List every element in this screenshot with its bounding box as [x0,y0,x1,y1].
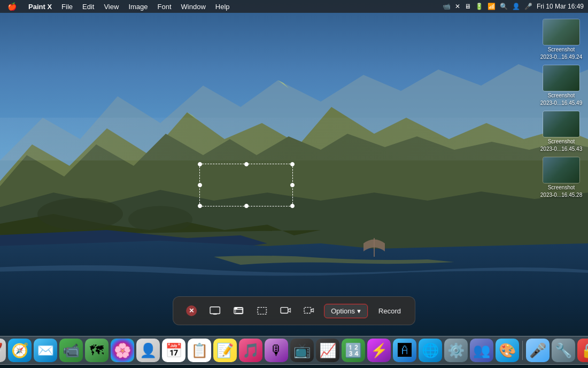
handle-top-middle[interactable] [244,162,249,166]
menu-view[interactable]: View [99,2,123,12]
dock-item-privacy[interactable]: 🔒 [577,339,588,362]
record-screen-button[interactable] [277,302,294,319]
selection-box[interactable] [199,164,293,206]
dock-item-teams[interactable]: 👥 [470,339,493,362]
desktop: 🍎 Paint X File Edit View Image Font Wind… [0,0,588,368]
battery-menu-icon[interactable]: 🔋 [475,3,483,10]
handle-bottom-middle[interactable] [244,204,249,208]
dock-item-contacts[interactable]: 👤 [136,339,160,362]
dock-item-siri[interactable]: 🎤 [526,339,550,362]
menu-bar-right: 📹 ✕ 🖥 🔋 📶 🔍 👤 🎤 Fri 10 Mar 16:49 [443,3,584,10]
menu-help[interactable]: Help [211,2,234,12]
dock-item-numbers[interactable]: 🔢 [342,339,365,362]
dock-item-paintx[interactable]: 🎨 [496,339,519,362]
capture-screen-icon [210,305,220,316]
menu-app-name[interactable]: Paint X [24,2,56,12]
music-icon: 🎵 [242,343,259,357]
dock-item-calendar[interactable]: 📅 [162,339,185,362]
handle-bottom-right[interactable] [290,204,295,208]
dock-item-appstore[interactable]: 🅰 [393,339,416,362]
menu-window[interactable]: Window [177,2,210,12]
numbers-icon: 🔢 [345,343,362,357]
dock: 🗂 🚀 🧭 ✉️ 📹 🗺 🌸 👤 📅 📋 📝 [0,336,588,365]
screenshot-thumb-4 [543,157,580,183]
dock-item-notes[interactable]: 📝 [213,339,237,362]
safari-icon: 🧭 [11,343,28,357]
svg-rect-3 [0,118,588,160]
capture-screen-button[interactable] [206,302,223,319]
person-menu-icon[interactable]: 👤 [512,3,520,10]
options-chevron-icon: ▾ [357,307,361,315]
close-icon: ✕ [186,305,197,316]
apple-menu[interactable]: 🍎 [4,2,20,11]
handle-bottom-left[interactable] [198,204,202,208]
capture-selection-icon [257,305,267,316]
photos-icon: 🌸 [114,343,131,357]
desktop-icon-screenshot-2[interactable]: Screenshot 2023-0...16.45.49 [540,65,583,106]
screenshot-label-1a: Screenshot [548,47,575,53]
desktop-icon-screenshot-3[interactable]: Screenshot 2023-0...16.45.43 [540,111,583,152]
translate-icon: 🌐 [422,343,439,357]
menu-file[interactable]: File [57,2,77,12]
controlcenter-icon: 🔧 [555,343,572,357]
record-screen-icon [280,305,291,316]
desktop-icon-screenshot-4[interactable]: Screenshot 2023-0...16.45.28 [540,157,583,198]
record-selection-button[interactable] [300,302,318,319]
dock-item-music[interactable]: 🎵 [239,339,262,362]
dock-item-reminders[interactable]: 📋 [188,339,211,362]
screenshot-label-4a: Screenshot [548,185,575,191]
search-menu-icon[interactable]: 🔍 [500,3,508,10]
podcasts-icon: 🎙 [269,343,283,357]
dock-item-photos[interactable]: 🌸 [111,339,134,362]
menu-image[interactable]: Image [124,2,152,12]
camera-menu-icon[interactable]: 📹 [443,3,451,10]
options-label: Options [331,307,355,315]
close-button[interactable]: ✕ [183,302,200,319]
menu-edit[interactable]: Edit [78,2,98,12]
x-menu-icon[interactable]: ✕ [455,3,460,10]
dock-item-facetime[interactable]: 📹 [59,339,83,362]
svg-rect-12 [258,308,266,315]
display-menu-icon[interactable]: 🖥 [465,3,471,10]
handle-middle-left[interactable] [198,183,202,187]
handle-top-right[interactable] [290,162,295,166]
stocks-icon: 📈 [319,343,336,357]
facetime-icon: 📹 [63,343,80,357]
desktop-icon-screenshot-1[interactable]: Screenshot 2023-0...16.49.24 [540,19,583,60]
svg-rect-13 [281,308,288,313]
dock-item-shortcuts[interactable]: ⚡ [367,339,391,362]
menu-bar-left: 🍎 Paint X File Edit View Image Font Wind… [4,2,443,12]
record-selection-icon [304,305,314,316]
paintx-icon: 🎨 [499,343,516,357]
dock-item-maps[interactable]: 🗺 [85,339,109,362]
screenshot-label-2a: Screenshot [548,93,575,99]
screenshot-label-3b: 2023-0...16.45.43 [540,146,582,152]
capture-window-button[interactable] [230,302,247,319]
dock-item-mail[interactable]: ✉️ [34,339,57,362]
siri-menu-icon[interactable]: 🎤 [524,3,532,10]
record-button[interactable]: Record [374,304,405,318]
dock-item-systemprefs[interactable]: ⚙️ [444,339,468,362]
dock-item-controlcenter[interactable]: 🔧 [552,339,575,362]
privacy-icon: 🔒 [581,343,588,357]
desktop-icons-container: Screenshot 2023-0...16.49.24 Screenshot … [540,19,583,198]
dock-item-podcasts[interactable]: 🎙 [265,339,288,362]
record-label: Record [378,307,401,315]
menu-bar-datetime: Fri 10 Mar 16:49 [537,3,584,10]
siri-icon: 🎤 [529,343,546,357]
maps-icon: 🗺 [90,343,104,357]
handle-top-left[interactable] [198,162,202,166]
dock-item-safari[interactable]: 🧭 [8,339,32,362]
launchpad-icon: 🚀 [0,343,3,357]
screenshot-label-4b: 2023-0...16.45.28 [540,192,582,198]
handle-middle-right[interactable] [290,183,295,187]
dock-item-launchpad[interactable]: 🚀 [0,339,6,362]
capture-selection-button[interactable] [253,302,270,319]
dock-item-stocks[interactable]: 📈 [316,339,339,362]
dock-item-translate[interactable]: 🌐 [419,339,442,362]
appstore-icon: 🅰 [398,343,412,357]
menu-font[interactable]: Font [153,2,176,12]
options-button[interactable]: Options ▾ [324,304,368,318]
wifi-menu-icon[interactable]: 📶 [488,3,496,10]
dock-item-appletv[interactable]: 📺 [290,339,314,362]
